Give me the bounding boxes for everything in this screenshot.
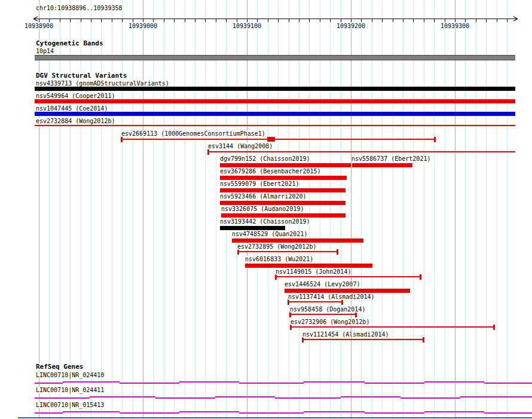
variant-bar[interactable] xyxy=(245,264,372,268)
gene-line-segment[interactable] xyxy=(341,396,400,397)
variant-range-line[interactable] xyxy=(302,339,424,340)
grid-line-minor xyxy=(507,0,507,419)
grid-line-minor xyxy=(205,0,206,419)
feature-label[interactable]: nsv6016833 (Wu2021) xyxy=(245,256,313,262)
variant-bar[interactable] xyxy=(220,163,351,167)
range-right-bracket xyxy=(337,249,338,255)
feature-label[interactable]: nsv1047445 (Coe2014) xyxy=(36,105,108,112)
ruler-tick xyxy=(330,19,331,22)
feature-label[interactable]: dgv799n152 (Chaisson2019) xyxy=(220,155,310,162)
gene-line-segment[interactable] xyxy=(304,411,365,412)
feature-label[interactable]: nsv5923466 (Almarri2020) xyxy=(220,193,307,200)
feature-label[interactable]: nsv1137414 (Alsmadi2014) xyxy=(288,293,375,300)
variant-range-line[interactable] xyxy=(276,276,421,277)
feature-label[interactable]: LINC00710|NR_024410 xyxy=(36,372,104,378)
gene-line-segment[interactable] xyxy=(484,383,532,384)
gene-line-segment[interactable] xyxy=(35,397,90,399)
gene-line-segment[interactable] xyxy=(484,412,532,414)
range-right-bracket xyxy=(434,137,436,142)
variant-bar[interactable] xyxy=(35,99,515,103)
grid-line-minor xyxy=(185,0,185,419)
feature-label[interactable]: esv1446524 (Levy2007) xyxy=(285,281,360,288)
ruler-tick xyxy=(101,19,102,22)
range-right-bracket xyxy=(423,337,424,342)
feature-label[interactable]: nsv3193442 (Chaisson2019) xyxy=(220,218,310,225)
feature-label[interactable]: esv3679286 (Besenbacher2015) xyxy=(220,168,321,175)
variant-range-line[interactable] xyxy=(288,301,343,302)
variant-range-line[interactable] xyxy=(238,251,338,252)
variant-bar[interactable] xyxy=(220,226,285,230)
range-left-bracket xyxy=(237,249,239,255)
grid-line-minor xyxy=(164,0,164,419)
gene-line-segment[interactable] xyxy=(304,381,365,383)
feature-label[interactable]: nsv1121454 (Alsmadi2014) xyxy=(302,331,389,338)
grid-line-minor xyxy=(112,0,112,419)
feature-label[interactable]: LINC00710|NR_015413 xyxy=(36,402,104,408)
gene-line-segment[interactable] xyxy=(239,412,304,414)
feature-label[interactable]: esv2732906 (Wong2012b) xyxy=(291,319,369,325)
feature-label[interactable]: esv2669113 (1000GenomesConsortiumPhase1) xyxy=(121,130,265,137)
gene-line-segment[interactable] xyxy=(90,396,155,397)
variant-bar[interactable] xyxy=(220,188,346,192)
gene-line-segment[interactable] xyxy=(239,383,304,384)
variant-range-line[interactable] xyxy=(290,314,356,315)
variant-inner-box[interactable] xyxy=(267,137,275,142)
gene-line-segment[interactable] xyxy=(424,411,484,412)
gene-line-segment[interactable] xyxy=(120,383,179,384)
gene-line-segment[interactable] xyxy=(424,381,484,383)
gene-line-segment[interactable] xyxy=(63,411,120,412)
gene-line-segment[interactable] xyxy=(400,397,460,399)
ruler-tick xyxy=(112,19,112,22)
gene-line-segment[interactable] xyxy=(120,412,179,414)
grid-line-minor xyxy=(70,0,71,419)
variant-range-line[interactable] xyxy=(291,326,494,328)
bottom-scroll-bar[interactable] xyxy=(18,417,532,418)
variant-bar[interactable] xyxy=(232,238,363,243)
feature-label[interactable]: nsv3326075 (Audano2019) xyxy=(221,206,304,212)
variant-range-line[interactable] xyxy=(35,125,515,126)
feature-label[interactable]: esv3144 (Wang2008) xyxy=(208,143,273,149)
feature-label[interactable]: nsv5599079 (Ebert2021) xyxy=(220,181,299,187)
feature-label[interactable]: nsv4748529 (Quan2021) xyxy=(232,231,307,237)
gene-line-segment[interactable] xyxy=(365,383,424,384)
grid-line-minor xyxy=(361,0,362,419)
variant-bar[interactable] xyxy=(285,289,410,293)
feature-label[interactable]: nsv1149015 (John2014) xyxy=(276,268,351,275)
variant-bar[interactable] xyxy=(35,87,515,91)
feature-label[interactable]: nsv4339713 (gnomADStructuralVariants) xyxy=(36,80,169,87)
ruler-tick xyxy=(382,19,383,22)
grid-line-minor xyxy=(403,0,403,419)
gene-line-segment[interactable] xyxy=(365,412,424,414)
feature-label[interactable]: nsv549964 (Cooper2011) xyxy=(36,93,115,99)
gene-line-segment[interactable] xyxy=(155,397,215,399)
variant-range-line[interactable] xyxy=(121,139,435,140)
grid-line-minor xyxy=(341,0,341,419)
gene-line-segment[interactable] xyxy=(35,383,63,384)
feature-label[interactable]: LINC00710|NR_024411 xyxy=(36,387,104,393)
grid-line-major xyxy=(143,0,143,419)
variant-bar[interactable] xyxy=(35,112,515,116)
grid-line-minor xyxy=(413,0,414,419)
variant-range-line[interactable] xyxy=(208,151,515,152)
feature-label[interactable]: esv2732884 (Wong2012b) xyxy=(36,118,115,124)
variant-bar[interactable] xyxy=(220,176,347,180)
gene-line-segment[interactable] xyxy=(215,396,275,397)
grid-line-minor xyxy=(133,0,133,419)
variant-bar[interactable] xyxy=(352,163,412,167)
feature-label[interactable]: nsv5586737 (Ebert2021) xyxy=(351,155,430,162)
gene-line-segment[interactable] xyxy=(179,411,239,412)
ruler-tick xyxy=(424,19,424,22)
section-title-cytogenetic-bands: Cytogenetic Bands xyxy=(36,40,103,47)
gene-line-segment[interactable] xyxy=(460,396,532,397)
ruler-tick xyxy=(164,19,164,22)
variant-bar[interactable] xyxy=(221,213,346,218)
feature-label[interactable]: esv2732895 (Wong2012b) xyxy=(237,243,316,250)
gene-line-segment[interactable] xyxy=(35,412,63,414)
gene-line-segment[interactable] xyxy=(179,381,239,383)
range-right-bracket xyxy=(355,312,357,317)
feature-label[interactable]: nsv958458 (Dogan2014) xyxy=(290,306,365,313)
gene-line-segment[interactable] xyxy=(275,397,341,399)
grid-line-minor xyxy=(81,0,81,419)
variant-bar[interactable] xyxy=(220,201,346,205)
gene-line-segment[interactable] xyxy=(63,381,120,383)
